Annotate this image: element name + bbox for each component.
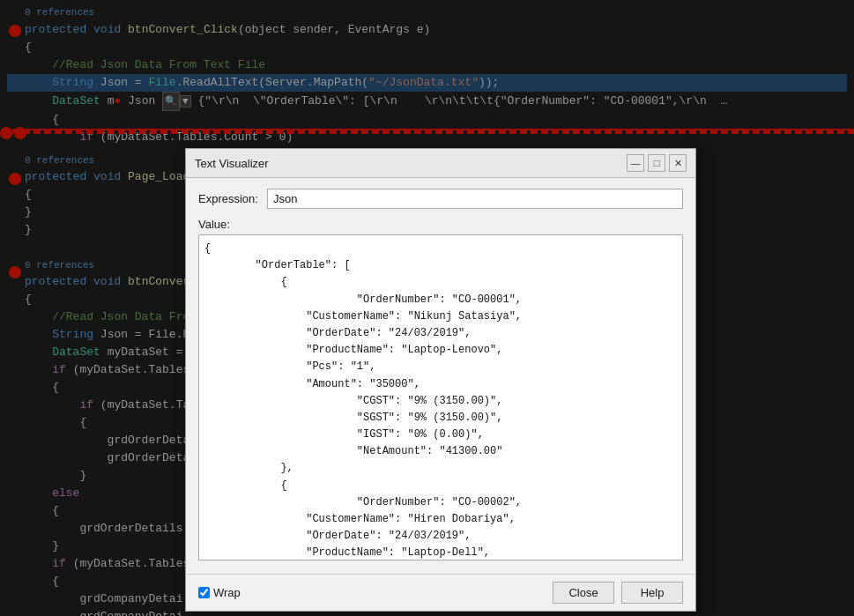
text-visualizer-dialog: Text Visualizer — □ ✕ Expression: Value:… <box>185 148 696 612</box>
wrap-label: Wrap <box>213 586 241 599</box>
restore-button[interactable]: □ <box>648 154 665 172</box>
close-title-button[interactable]: ✕ <box>669 154 687 172</box>
wrap-checkbox-input[interactable] <box>198 587 210 598</box>
dialog-controls: — □ ✕ <box>627 154 687 172</box>
dialog-titlebar[interactable]: Text Visualizer — □ ✕ <box>186 149 695 178</box>
help-button[interactable]: Help <box>621 582 683 604</box>
wrap-checkbox-label[interactable]: Wrap <box>198 586 241 599</box>
value-textarea[interactable]: { "OrderTable": [ { "OrderNumber": "CO-0… <box>198 234 683 560</box>
dialog-title: Text Visualizer <box>195 157 269 170</box>
expression-row: Expression: <box>198 189 683 209</box>
footer-buttons: Close Help <box>553 582 683 604</box>
close-button[interactable]: Close <box>553 582 614 604</box>
dialog-footer: Wrap Close Help <box>186 574 695 611</box>
value-label: Value: <box>198 218 683 231</box>
expression-label: Expression: <box>198 192 260 205</box>
minimize-button[interactable]: — <box>627 154 644 172</box>
expression-input[interactable] <box>267 189 683 209</box>
dialog-body: Expression: Value: { "OrderTable": [ { "… <box>186 178 695 574</box>
